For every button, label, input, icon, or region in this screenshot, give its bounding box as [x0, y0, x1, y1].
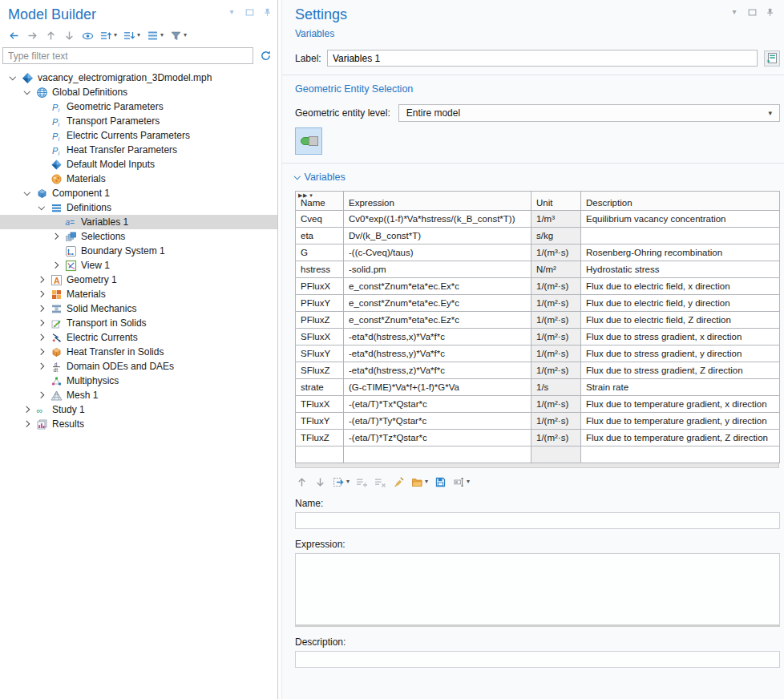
tree-node-mesh-1[interactable]: Mesh 1 — [0, 388, 277, 402]
tree-node-boundary-system-1[interactable]: Boundary System 1 — [0, 244, 277, 258]
expander-expand-icon[interactable] — [35, 359, 50, 374]
expression-cell[interactable]: Dv/(k_B_const*T) — [344, 228, 531, 244]
name-cell[interactable]: hstress — [296, 261, 344, 278]
expander-expand-icon[interactable] — [21, 402, 35, 417]
description-cell[interactable]: Flux due to electric field, y direction — [581, 295, 780, 312]
expression-cell[interactable]: e_const*Znum*eta*ec.Ey*c — [344, 295, 531, 312]
chevron-down-icon[interactable]: ▾ — [226, 6, 237, 18]
unit-cell[interactable]: 1/(m²·s) — [531, 362, 581, 379]
model-tree-nodes-button[interactable]: ▾ — [146, 29, 164, 42]
expression-cell[interactable]: (G-cTIME)*Va*f+(1-f)*G*Va — [344, 379, 531, 396]
expander-expand-icon[interactable] — [35, 301, 50, 316]
expression-cell[interactable]: -(eta/T)*Tz*Qstar*c — [344, 430, 531, 446]
tree-node-view-1[interactable]: View 1 — [0, 258, 277, 273]
expander-collapse-icon[interactable] — [21, 186, 35, 200]
column-header-name[interactable]: ▶▶ ▾Name — [296, 192, 344, 211]
chevron-down-icon[interactable]: ▾ — [729, 6, 740, 18]
expander-expand-icon[interactable] — [35, 330, 50, 345]
name-cell[interactable]: strate — [296, 379, 344, 396]
filter-funnel-button[interactable]: ▾ — [169, 29, 187, 42]
tree-node-vacancy-electromigration-3dmodel-mph[interactable]: vacancy_electromigration_3Dmodel.mph — [0, 71, 277, 85]
forward-arrow-button[interactable] — [26, 29, 38, 42]
unit-cell[interactable]: 1/(m²·s) — [531, 430, 581, 446]
tree-node-heat-transfer-parameters[interactable]: PiHeat Transfer Parameters — [0, 143, 277, 157]
expression-cell[interactable]: -eta*d(hstress,x)*Va*f*c — [344, 329, 531, 345]
name-cell[interactable]: Cveq — [296, 211, 344, 228]
add-row-button[interactable] — [355, 475, 368, 488]
tree-node-heat-transfer-in-solids[interactable]: Heat Transfer in Solids — [0, 345, 277, 359]
tree-node-geometry-1[interactable]: AGeometry 1 — [0, 273, 277, 287]
tree-node-component-1[interactable]: Component 1 — [0, 186, 277, 200]
description-cell[interactable]: Flux due to temperature gradient, Z dire… — [581, 430, 780, 446]
unit-cell[interactable]: s/kg — [531, 228, 581, 244]
table-settings-button[interactable]: ▾ — [452, 475, 470, 488]
expander-collapse-icon[interactable] — [35, 200, 50, 215]
description-cell[interactable]: Rosenberg-Ohring recombination — [581, 244, 780, 261]
dropdown-caret-icon[interactable]: ▾ — [346, 479, 350, 485]
unit-cell[interactable]: 1/(m²·s) — [531, 295, 581, 312]
dropdown-caret-icon[interactable]: ▾ — [114, 32, 117, 38]
expression-cell[interactable] — [344, 446, 531, 463]
description-cell[interactable]: Flux due to stress gradient, y direction — [581, 345, 780, 362]
expression-cell[interactable]: -(eta/T)*Tx*Qstar*c — [344, 396, 531, 413]
tree-node-transport-in-solids[interactable]: Transport in Solids — [0, 316, 277, 330]
collapse-all-button[interactable]: ▾ — [123, 29, 140, 42]
tree-node-geometric-parameters[interactable]: PiGeometric Parameters — [0, 99, 277, 114]
tree-node-electric-currents[interactable]: Electric Currents — [0, 330, 277, 345]
description-cell[interactable] — [581, 228, 780, 244]
unit-cell[interactable]: 1/(m²·s) — [531, 396, 581, 413]
tree-node-solid-mechanics[interactable]: Solid Mechanics — [0, 301, 277, 316]
float-window-icon[interactable] — [244, 6, 255, 18]
expression-cell[interactable]: e_const*Znum*eta*ec.Ex*c — [344, 278, 531, 295]
expression-cell[interactable]: -eta*d(hstress,y)*Va*f*c — [344, 345, 531, 362]
dropdown-caret-icon[interactable]: ▾ — [425, 479, 428, 485]
unit-cell[interactable]: 1/(m²·s) — [531, 278, 581, 295]
description-cell[interactable]: Flux due to electric field, Z direction — [581, 312, 780, 329]
move-down-arrow-button[interactable] — [63, 29, 75, 42]
expression-cell[interactable]: Cv0*exp((1-f)*Va*hstress/(k_B_const*T)) — [344, 211, 531, 228]
tree-node-multiphysics[interactable]: Multiphysics — [0, 374, 277, 388]
pin-icon[interactable] — [261, 6, 273, 18]
name-cell[interactable]: PFluxZ — [296, 312, 344, 329]
settings-subtitle[interactable]: Variables — [295, 28, 780, 39]
load-folder-button[interactable]: ▾ — [410, 475, 428, 488]
dropdown-caret-icon[interactable]: ▾ — [467, 479, 470, 485]
tree-node-domain-odes-and-daes[interactable]: ddtDomain ODEs and DAEs — [0, 359, 277, 374]
sort-indicator-icon[interactable]: ▶▶ ▾ — [298, 192, 313, 199]
tree-node-materials[interactable]: Materials — [0, 172, 277, 186]
tree-node-results[interactable]: Results — [0, 417, 277, 431]
unit-cell[interactable] — [531, 446, 581, 463]
tree-node-definitions[interactable]: Definitions — [0, 200, 277, 215]
filter-input[interactable] — [2, 47, 253, 64]
expander-expand-icon[interactable] — [35, 273, 50, 287]
name-cell[interactable]: TFluxZ — [296, 430, 344, 446]
show-eye-button[interactable] — [81, 29, 94, 42]
name-cell[interactable]: PFluxY — [296, 295, 344, 312]
unit-cell[interactable]: 1/(m³·s) — [531, 244, 581, 261]
dropdown-caret-icon[interactable]: ▾ — [137, 32, 140, 38]
table-scrollbar-track[interactable] — [295, 463, 779, 468]
description-cell[interactable]: Flux due to temperature gradient, y dire… — [581, 413, 780, 430]
move-to-button[interactable]: ▾ — [332, 475, 350, 488]
expression-input[interactable] — [295, 553, 780, 627]
name-cell[interactable]: SFluxX — [296, 329, 344, 345]
geometric-entity-level-select[interactable]: Entire model ▾ — [398, 104, 780, 122]
description-cell[interactable]: Flux due to temperature gradient, x dire… — [581, 396, 780, 413]
unit-cell[interactable]: 1/(m²·s) — [531, 413, 581, 430]
description-cell[interactable]: Flux due to stress gradient, Z direction — [581, 362, 780, 379]
save-floppy-button[interactable] — [434, 475, 447, 488]
expand-all-button[interactable]: ▾ — [99, 29, 117, 42]
description-cell[interactable]: Flux due to stress gradient, x direction — [581, 329, 780, 345]
expression-cell[interactable]: -eta*d(hstress,z)*Va*f*c — [344, 362, 531, 379]
move-up-arrow-button[interactable] — [295, 475, 308, 488]
expander-expand-icon[interactable] — [35, 345, 50, 359]
refresh-icon[interactable] — [259, 50, 272, 63]
tree-node-study-1[interactable]: ∞Study 1 — [0, 402, 277, 417]
expander-expand-icon[interactable] — [50, 258, 64, 273]
tree-node-variables-1[interactable]: a=Variables 1 — [0, 215, 277, 229]
column-header-unit[interactable]: Unit — [531, 192, 581, 211]
tree-node-transport-parameters[interactable]: PiTransport Parameters — [0, 114, 277, 128]
unit-cell[interactable]: 1/s — [531, 379, 581, 396]
unit-cell[interactable]: 1/m³ — [531, 211, 581, 228]
description-cell[interactable]: Hydrostatic stress — [581, 261, 780, 278]
